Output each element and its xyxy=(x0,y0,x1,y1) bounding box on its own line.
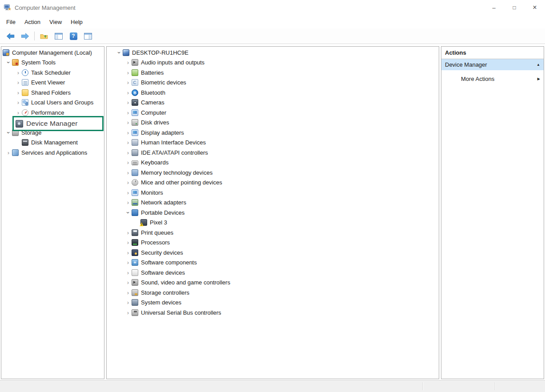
tree-item-memory-technology-devices[interactable]: ›Memory technology devices xyxy=(107,168,439,178)
chevron-collapsed-icon[interactable]: › xyxy=(124,90,132,96)
tree-item-disk-management[interactable]: Disk Management xyxy=(1,138,104,148)
chevron-collapsed-icon[interactable]: › xyxy=(124,80,132,85)
menu-file[interactable]: File xyxy=(2,17,20,27)
chevron-collapsed-icon[interactable]: › xyxy=(15,100,22,105)
tree-item-software-devices[interactable]: ›Software devices xyxy=(107,268,439,278)
show-hide-console-tree-icon xyxy=(55,33,63,40)
tree-item-human-interface-devices[interactable]: ›Human Interface Devices xyxy=(107,138,439,148)
tree-item-shared-folders[interactable]: ›Shared Folders xyxy=(1,88,104,98)
minimize-button[interactable]: – xyxy=(484,0,504,15)
chevron-collapsed-icon[interactable]: › xyxy=(124,60,132,65)
cameras-icon xyxy=(132,99,138,106)
usb-icon xyxy=(132,309,138,316)
tree-item-event-viewer[interactable]: ›Event Viewer xyxy=(1,78,104,88)
tree-item-security-devices[interactable]: ›Security devices xyxy=(107,248,439,258)
annotation-highlight-device-manager[interactable]: Device Manager xyxy=(12,116,104,131)
chevron-collapsed-icon[interactable]: › xyxy=(124,150,132,156)
collapse-icon[interactable]: ▲ xyxy=(537,59,540,70)
chevron-collapsed-icon[interactable]: › xyxy=(15,90,22,96)
chevron-collapsed-icon[interactable]: › xyxy=(124,310,132,316)
tree-item-label: Keyboards xyxy=(141,159,168,166)
chevron-collapsed-icon[interactable]: › xyxy=(124,140,132,145)
chevron-collapsed-icon[interactable]: › xyxy=(124,300,132,305)
tree-item-cameras[interactable]: ›Cameras xyxy=(107,98,439,108)
show-hide-console-tree-button[interactable] xyxy=(52,30,65,42)
tree-item-keyboards[interactable]: ›Keyboards xyxy=(107,158,439,168)
chevron-collapsed-icon[interactable]: › xyxy=(124,200,132,205)
tree-item-label: Computer xyxy=(141,109,166,116)
chevron-collapsed-icon[interactable]: › xyxy=(15,70,22,76)
annotation-label: Device Manager xyxy=(26,120,78,128)
chevron-collapsed-icon[interactable]: › xyxy=(124,240,132,245)
chevron-collapsed-icon[interactable]: › xyxy=(124,270,132,276)
forward-button[interactable] xyxy=(18,30,32,42)
chevron-expanded-icon[interactable]: › xyxy=(116,49,122,56)
chevron-collapsed-icon[interactable]: › xyxy=(124,160,132,165)
chevron-collapsed-icon[interactable]: › xyxy=(5,150,12,156)
tree-item-system-devices[interactable]: ›System devices xyxy=(107,298,439,308)
tree-item-biometric-devices[interactable]: ›Biometric devices xyxy=(107,78,439,88)
tree-item-network-adapters[interactable]: ›Network adapters xyxy=(107,198,439,208)
back-button[interactable] xyxy=(4,30,17,42)
tree-item-services-and-applications[interactable]: ›Services and Applications xyxy=(1,148,104,158)
tree-item-sound-video-and-game-controllers[interactable]: ›Sound, video and game controllers xyxy=(107,278,439,288)
tree-item-local-users-and-groups[interactable]: ›Local Users and Groups xyxy=(1,98,104,108)
actions-list: Device Manager▲More Actions▶ xyxy=(441,59,544,84)
submenu-arrow-icon[interactable]: ▶ xyxy=(537,73,540,84)
action-more-actions[interactable]: More Actions▶ xyxy=(441,73,544,84)
chevron-collapsed-icon[interactable]: › xyxy=(124,70,132,76)
chevron-collapsed-icon[interactable]: › xyxy=(15,110,22,116)
event-viewer-icon xyxy=(22,79,28,86)
chevron-collapsed-icon[interactable]: › xyxy=(124,260,132,265)
maximize-button[interactable]: □ xyxy=(504,0,525,15)
tree-item-disk-drives[interactable]: ›Disk drives xyxy=(107,118,439,128)
chevron-collapsed-icon[interactable]: › xyxy=(124,280,132,285)
chevron-collapsed-icon[interactable]: › xyxy=(124,230,132,236)
tree-item-print-queues[interactable]: ›Print queues xyxy=(107,228,439,238)
tree-item-ide-ata-atapi-controllers[interactable]: ›IDE ATA/ATAPI controllers xyxy=(107,148,439,158)
tree-item-pixel-3[interactable]: Pixel 3 xyxy=(107,218,439,228)
chevron-collapsed-icon[interactable]: › xyxy=(124,120,132,125)
chevron-collapsed-icon[interactable]: › xyxy=(124,170,132,176)
tree-item-mice-and-other-pointing-devices[interactable]: ›Mice and other pointing devices xyxy=(107,178,439,188)
tree-item-portable-devices[interactable]: ›Portable Devices xyxy=(107,208,439,218)
window-title: Computer Management xyxy=(15,4,76,11)
chevron-collapsed-icon[interactable]: › xyxy=(124,190,132,196)
tree-item-universal-serial-bus-controllers[interactable]: ›Universal Serial Bus controllers xyxy=(107,308,439,318)
console-tree-pane: Computer Management (Local)›System Tools… xyxy=(1,46,104,379)
chevron-collapsed-icon[interactable]: › xyxy=(124,100,132,105)
chevron-collapsed-icon[interactable]: › xyxy=(124,110,132,116)
tree-item-bluetooth[interactable]: ›Bluetooth xyxy=(107,88,439,98)
chevron-expanded-icon[interactable]: › xyxy=(6,129,12,136)
tree-item-display-adapters[interactable]: ›Display adapters xyxy=(107,128,439,138)
menu-help[interactable]: Help xyxy=(66,17,87,27)
tree-item-task-scheduler[interactable]: ›Task Scheduler xyxy=(1,68,104,78)
chevron-collapsed-icon[interactable]: › xyxy=(124,180,132,185)
chevron-collapsed-icon[interactable]: › xyxy=(124,250,132,256)
tree-item-desktop-ru1hc9e[interactable]: ›DESKTOP-RU1HC9E xyxy=(107,48,439,58)
tree-item-audio-inputs-and-outputs[interactable]: ›Audio inputs and outputs xyxy=(107,58,439,68)
bluetooth-icon xyxy=(132,89,138,96)
tree-item-label: Shared Folders xyxy=(31,89,71,96)
tree-item-system-tools[interactable]: ›System Tools xyxy=(1,58,104,68)
show-hide-action-pane-button[interactable] xyxy=(81,30,95,42)
chevron-collapsed-icon[interactable]: › xyxy=(15,80,22,85)
action-device-manager[interactable]: Device Manager▲ xyxy=(441,59,544,70)
tree-item-batteries[interactable]: ›Batteries xyxy=(107,68,439,78)
menu-view[interactable]: View xyxy=(45,17,66,27)
tree-item-software-components[interactable]: ›Software components xyxy=(107,258,439,268)
chevron-expanded-icon[interactable]: › xyxy=(6,59,12,66)
chevron-expanded-icon[interactable]: › xyxy=(125,209,131,216)
tree-item-storage-controllers[interactable]: ›Storage controllers xyxy=(107,288,439,298)
chevron-collapsed-icon[interactable]: › xyxy=(124,130,132,136)
tree-item-processors[interactable]: ›Processors xyxy=(107,238,439,248)
tree-item-computer-management-local[interactable]: Computer Management (Local) xyxy=(1,48,104,58)
close-button[interactable]: × xyxy=(525,0,545,15)
chevron-collapsed-icon[interactable]: › xyxy=(124,290,132,296)
tree-item-monitors[interactable]: ›Monitors xyxy=(107,188,439,198)
tree-item-label: Biometric devices xyxy=(141,79,186,86)
up-level-button[interactable] xyxy=(37,30,51,42)
help-button[interactable]: ? xyxy=(67,30,80,42)
menu-action[interactable]: Action xyxy=(20,17,45,27)
tree-item-computer[interactable]: ›Computer xyxy=(107,108,439,118)
